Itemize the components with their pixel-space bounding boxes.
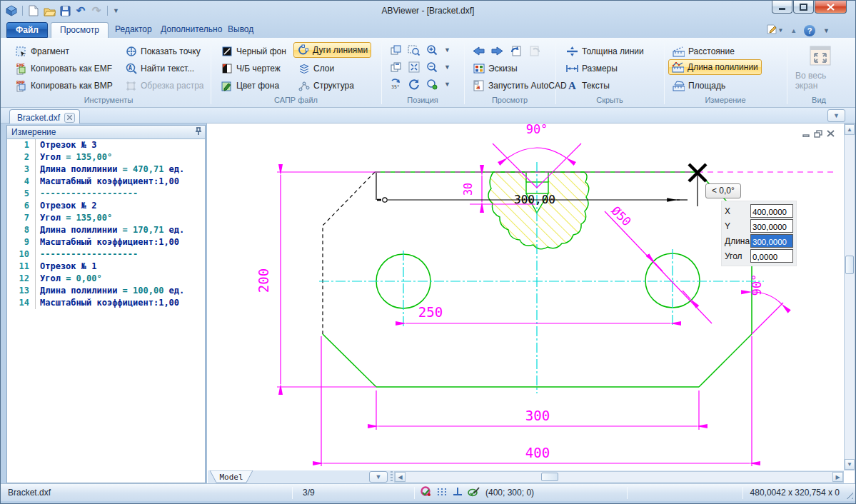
grid-icon[interactable]	[437, 487, 448, 499]
scroll-down-icon[interactable]: ▼	[845, 459, 855, 470]
scroll-left-icon[interactable]: ◀	[395, 472, 406, 482]
tab-file[interactable]: Файл	[6, 22, 48, 38]
scroll-right-icon[interactable]: ▶	[832, 472, 843, 482]
mdi-minimize-icon[interactable]	[801, 129, 811, 138]
angle-input[interactable]	[750, 249, 793, 263]
y-input[interactable]	[750, 219, 793, 233]
autocad-icon: a	[473, 80, 485, 92]
measure-line: 13Длина полилинии = 100,00 ед.	[7, 285, 205, 297]
bg-color-label: Цвет фона	[236, 81, 279, 91]
copy-position-icon[interactable]	[390, 61, 402, 74]
fullscreen-button[interactable]: Во весь экран	[795, 43, 845, 91]
vertical-scrollbar[interactable]: ▲ ▼	[844, 124, 855, 470]
bw-drawing-button[interactable]: Ч/Б чертеж	[218, 61, 283, 76]
launch-autocad-button[interactable]: a Запустить AutoCAD	[470, 78, 570, 94]
length-input[interactable]	[750, 234, 793, 248]
find-text-button[interactable]: A Найти текст...	[122, 61, 197, 76]
measure-polyline-label: Длина полилинии	[688, 62, 758, 72]
show-point-label: Показать точку	[141, 46, 201, 56]
status-filename: Bracket.dxf	[1, 488, 292, 498]
mdi-close-icon[interactable]	[825, 129, 835, 138]
zoom-extents-icon[interactable]	[426, 79, 438, 91]
copy-bmp-button[interactable]: BMP Копировать как BMP	[12, 78, 116, 94]
draw-mode-icon[interactable]	[468, 487, 480, 499]
dim-text-90-right: 90°	[750, 274, 764, 296]
hide-texts-button[interactable]: A Тексты	[563, 78, 613, 94]
close-button[interactable]	[815, 1, 847, 14]
texts-icon: A	[566, 80, 578, 92]
distance-icon	[673, 46, 685, 58]
tab-output[interactable]: Вывод	[219, 22, 262, 38]
move-drawing-icon[interactable]	[390, 44, 402, 56]
snap-mode-icon[interactable]	[421, 486, 432, 500]
drawing-canvas-area[interactable]: 200 30 250 300 400 90° 90° Ø50 300,00	[206, 124, 855, 483]
measure-distance-button[interactable]: Расстояние	[670, 44, 737, 59]
minimize-button[interactable]	[772, 1, 792, 14]
tab-close-icon[interactable]	[64, 113, 75, 123]
document-tab-bracket[interactable]: Bracket.dxf	[9, 109, 80, 124]
dim-text-90-top: 90°	[526, 124, 548, 136]
hidden-edge	[323, 172, 375, 334]
ortho-icon[interactable]	[453, 487, 463, 498]
vertical-scroll-thumb[interactable]	[845, 256, 854, 274]
horizontal-scroll-thumb[interactable]	[541, 473, 558, 481]
sheet-list-chevron-button[interactable]: ▼	[369, 471, 388, 483]
measure-line: 3Длина полилинии = 470,71 ед.	[7, 163, 205, 176]
copy-emf-label: Копировать как EMF	[31, 64, 112, 74]
group-title-view: Просмотр	[464, 96, 555, 104]
x-input[interactable]	[750, 204, 793, 218]
bg-color-icon	[221, 80, 233, 92]
window-controls	[771, 1, 847, 14]
maximize-button[interactable]	[793, 1, 814, 14]
zoom-extents-dropdown-icon[interactable]: ▼	[444, 81, 450, 88]
arcs-as-lines-button[interactable]: Дуги линиями	[293, 42, 371, 58]
ribbon: Инструменты САПР файл Позиция Просмотр С…	[1, 38, 855, 108]
group-title-tools: Инструменты	[6, 96, 211, 104]
zoom-out-dropdown-icon[interactable]: ▼	[444, 64, 450, 71]
thumbnails-button[interactable]: Эскизы	[470, 61, 520, 76]
group-separator	[787, 41, 787, 104]
fragment-button[interactable]: Фрагмент	[12, 44, 72, 59]
pin-icon[interactable]	[195, 127, 202, 138]
fit-to-screen-icon[interactable]	[408, 61, 420, 74]
horizontal-scrollbar[interactable]: ◀ ▶	[394, 471, 844, 483]
zoom-in-icon[interactable]	[426, 44, 438, 56]
prev-view-icon[interactable]	[473, 45, 485, 57]
prev-file-icon[interactable]	[510, 45, 522, 57]
position-row1: ▼	[387, 42, 453, 58]
layers-button[interactable]: Слои	[295, 61, 337, 76]
measure-area-button[interactable]: Площадь	[670, 78, 728, 94]
help-dropdown-icon[interactable]: ▼	[823, 27, 830, 34]
black-bg-button[interactable]: Черный фон	[218, 44, 289, 59]
tab-list-chevron-button[interactable]: ▼	[827, 109, 845, 122]
show-point-button[interactable]: Показать точку	[122, 44, 203, 59]
measure-line: 7Угол = 135,00°	[7, 212, 205, 224]
copy-emf-button[interactable]: EMF Копировать как EMF	[12, 61, 115, 76]
group-title-cad: САПР файл	[211, 96, 381, 104]
model-tab[interactable]: Model	[209, 470, 253, 483]
hide-dims-button[interactable]: Размеры	[563, 61, 620, 76]
svg-text:A: A	[129, 65, 132, 71]
zoom-out-icon[interactable]	[426, 61, 438, 74]
measurement-panel-title: Измерение	[11, 127, 56, 137]
x-label: X	[725, 206, 750, 216]
group-separator	[664, 41, 665, 104]
hide-thickness-button[interactable]: Толщина линии	[563, 44, 647, 59]
rotate-view-icon[interactable]: 35°	[390, 79, 402, 91]
refresh-view-icon[interactable]	[408, 79, 420, 91]
bg-color-button[interactable]: Цвет фона	[218, 78, 282, 94]
next-view-icon[interactable]	[491, 45, 503, 57]
tab-view[interactable]: Просмотр	[51, 22, 109, 38]
fragment-icon	[15, 46, 27, 58]
zoom-window-icon[interactable]	[408, 44, 420, 56]
scroll-up-icon[interactable]: ▲	[845, 124, 855, 135]
structure-button[interactable]: Структура	[295, 78, 357, 94]
abviewer-window: ↶ ↷ ▼ ABViewer - [Bracket.dxf] Файл Прос…	[0, 0, 856, 504]
collapse-ribbon-icon[interactable]: ▲	[790, 27, 797, 34]
status-coordinates: (400; 300; 0)	[485, 488, 534, 498]
measure-polyline-button[interactable]: Длина полилинии	[668, 59, 762, 75]
help-icon[interactable]: ?	[804, 25, 815, 36]
zoom-in-dropdown-icon[interactable]: ▼	[444, 46, 450, 54]
style-dropdown-icon[interactable]: ▼	[766, 24, 783, 37]
mdi-restore-icon[interactable]	[813, 129, 823, 138]
